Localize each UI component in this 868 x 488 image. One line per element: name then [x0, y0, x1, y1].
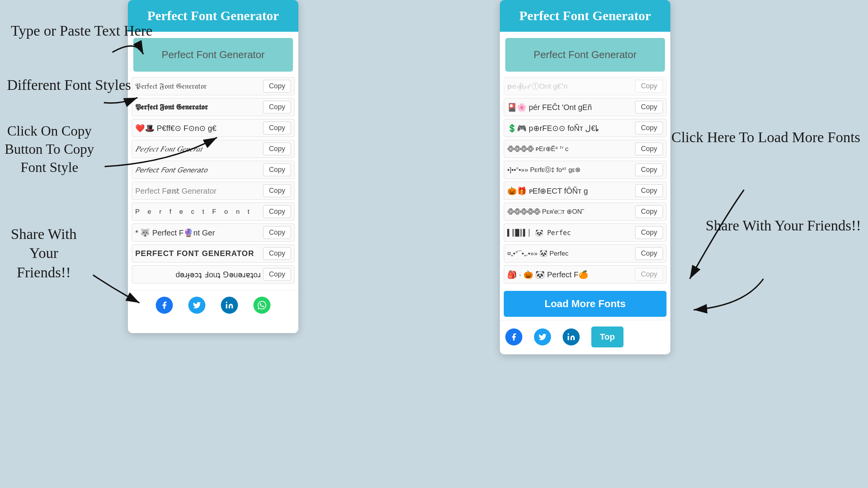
- font-text: ❤️🎩 P€ff€⊙ F⊙n⊙ g€: [135, 124, 261, 133]
- font-row: ɹoʇɐɹǝuǝ⅁ ʇuoℲ ʇɔǝɟɹǝd Copy: [132, 265, 294, 284]
- share-bar-left: [128, 290, 298, 321]
- font-row: ᪥᪥᪥᪥ ᴘЕr⊕Ēᵃ ᶠʳ c Copy: [504, 140, 666, 158]
- font-row: 𝔓𝔢𝔯𝔣𝔢𝔠𝔱 𝔉𝔬𝔫𝔱 𝔊𝔢𝔫𝔢𝔯𝔞𝔱𝔬𝔯 Copy: [132, 77, 294, 95]
- font-row: 𝑃𝑒𝑟𝑓𝑒𝑐𝑡 𝐹𝑜𝑛𝑡 𝐺𝑒𝑛𝑒𝑟𝑎𝑡 Copy: [132, 140, 294, 158]
- annotation-load-more: Click Here To Load More Fonts: [672, 128, 860, 147]
- annotation-click-copy: Click On CopyButton To CopyFont Style: [5, 122, 94, 176]
- left-panel-header: Perfect Font Generator: [128, 0, 298, 32]
- font-list-left: 𝔓𝔢𝔯𝔣𝔢𝔠𝔱 𝔉𝔬𝔫𝔱 𝔊𝔢𝔫𝔢𝔯𝔞𝔱𝔬𝔯 Copy 𝕻𝖊𝖗𝖋𝖊𝖈𝖙 𝕱𝖔𝖓𝖙…: [128, 76, 298, 288]
- facebook-share-icon[interactable]: [156, 297, 173, 314]
- copy-button[interactable]: Copy: [635, 226, 663, 239]
- font-text: ɹoʇɐɹǝuǝ⅁ ʇuoℲ ʇɔǝɟɹǝd: [135, 270, 261, 279]
- copy-button[interactable]: Copy: [635, 268, 663, 281]
- font-row: 🎃🎁 ᴘΕf⊕ΕCT fÔÑт g Copy: [504, 182, 666, 200]
- font-text: 𝔓𝔢𝔯𝔣𝔢𝔠𝔱 𝔉𝔬𝔫𝔱 𝔊𝔢𝔫𝔢𝔯𝔞𝔱𝔬𝔯: [135, 82, 261, 91]
- font-text: PERFECT FONT GENERATOR: [135, 249, 261, 258]
- copy-button[interactable]: Copy: [635, 184, 663, 197]
- copy-button[interactable]: Copy: [263, 80, 291, 93]
- share-bar-right: Top: [500, 320, 670, 354]
- twitter-share-icon-right[interactable]: [534, 328, 551, 345]
- linkedin-share-icon[interactable]: [221, 297, 238, 314]
- font-row: 💲🎮 p⊕rFE⊙⊙ foÑт ﻝ€ȴ Copy: [504, 119, 666, 137]
- font-row: 𝕻𝖊𝖗𝖋𝖊𝖈𝖙 𝕱𝖔𝖓𝖙 𝕲𝖊𝖓𝖊𝖗𝖆𝖙𝖔𝖗 Copy: [132, 98, 294, 116]
- font-text: 𝕻𝖊𝖗𝖋𝖊𝖈𝖙 𝕱𝖔𝖓𝖙 𝕲𝖊𝖓𝖊𝖗𝖆𝖙𝖔𝖗: [135, 103, 261, 112]
- copy-button[interactable]: Copy: [263, 205, 291, 218]
- copy-button[interactable]: Copy: [635, 101, 663, 113]
- svg-point-3: [568, 333, 569, 335]
- font-list-right: ᵽe𝓇ʄε𝒸𝓉 ⓕOnt g€ʼn Copy 🎴🌸 pér FEČt 'Ont …: [500, 76, 670, 288]
- text-input-area[interactable]: Perfect Font Generator: [133, 38, 293, 72]
- font-text: •]••°•»» PεrfεⓄ‡ foᵃᵗ gε⊗: [507, 165, 633, 174]
- copy-button[interactable]: Copy: [635, 80, 663, 93]
- copy-button[interactable]: Copy: [635, 247, 663, 260]
- left-phone-panel: Perfect Font Generator Perfect Font Gene…: [128, 0, 298, 333]
- copy-button[interactable]: Copy: [635, 205, 663, 218]
- font-text: P e r f e c t F o n t: [135, 208, 261, 216]
- font-text: Perfect Fo̷n̷t̷ Generator: [135, 186, 261, 196]
- right-input-display: Perfect Font Generator: [534, 49, 637, 60]
- font-row: * 🐺 Perfect F🔮nt Ger Copy: [132, 223, 294, 242]
- right-panel-header: Perfect Font Generator: [500, 0, 670, 32]
- svg-rect-0: [226, 304, 227, 308]
- font-row: Perfect Fo̷n̷t̷ Generator Copy: [132, 182, 294, 200]
- left-panel-title: Perfect Font Generator: [147, 9, 279, 23]
- font-row: ❤️🎩 P€ff€⊙ F⊙n⊙ g€ Copy: [132, 119, 294, 137]
- font-text: 𝑃𝑒𝑟𝑓𝑒𝑐𝑡 𝐹𝑜𝑛𝑡 𝐺𝑒𝑛𝑒𝑟𝑎𝑡: [135, 144, 261, 153]
- font-text: ▌║█║▌│ 🐼 Perfec: [507, 229, 633, 237]
- annotation-share2: Share With Your Friends!!: [706, 216, 861, 235]
- font-row: PERFECT FONT GENERATOR Copy: [132, 244, 294, 263]
- font-row: ᪥᪥᪥᪥᪥ Pεя'е□т ⊕ON˜ Copy: [504, 203, 666, 221]
- linkedin-share-icon-right[interactable]: [563, 328, 580, 345]
- font-row: 🎒 · 🎃 🐼 Perfect F🍊 Copy: [504, 265, 666, 284]
- font-row: ᵽe𝓇ʄε𝒸𝓉 ⓕOnt g€ʼn Copy: [504, 77, 666, 95]
- copy-button[interactable]: Copy: [263, 184, 291, 197]
- font-text: 𝘗𝘦𝘳𝘧𝘦𝘤𝘵 𝘍𝘰𝘯𝘵 𝘎𝘦𝘯𝘦𝘳𝘢𝘵𝘰: [135, 165, 261, 174]
- facebook-share-icon-right[interactable]: [505, 328, 522, 345]
- right-panel-title: Perfect Font Generator: [519, 9, 651, 23]
- font-row: 🎴🌸 pér FEČt 'Ont gEñ Copy: [504, 98, 666, 116]
- copy-button[interactable]: Copy: [263, 101, 291, 113]
- font-row: 𝘗𝘦𝘳𝘧𝘦𝘤𝘵 𝘍𝘰𝘯𝘵 𝘎𝘦𝘯𝘦𝘳𝘢𝘵𝘰 Copy: [132, 161, 294, 179]
- font-row: ▌║█║▌│ 🐼 Perfec Copy: [504, 223, 666, 242]
- copy-button[interactable]: Copy: [263, 122, 291, 134]
- copy-button[interactable]: Copy: [263, 143, 291, 155]
- font-text: 🎴🌸 pér FEČt 'Ont gEñ: [507, 103, 633, 112]
- font-text: * 🐺 Perfect F🔮nt Ger: [135, 228, 261, 237]
- font-row: •]••°•»» PεrfεⓄ‡ foᵃᵗ gε⊗ Copy: [504, 161, 666, 179]
- whatsapp-share-icon[interactable]: [253, 297, 270, 314]
- input-display: Perfect Font Generator: [162, 49, 265, 60]
- annotation-share: Share WithYourFriends!!: [11, 225, 77, 282]
- copy-button[interactable]: Copy: [635, 122, 663, 134]
- svg-rect-2: [568, 336, 569, 340]
- font-text: ᪥᪥᪥᪥᪥ Pεя'е□т ⊕ON˜: [507, 208, 633, 216]
- font-row: ¤„•°¯•„.•»» 🐼 Perfec Copy: [504, 244, 666, 263]
- copy-button[interactable]: Copy: [635, 163, 663, 176]
- font-text: ᵽe𝓇ʄε𝒸𝓉 ⓕOnt g€ʼn: [507, 81, 633, 91]
- copy-button[interactable]: Copy: [263, 226, 291, 239]
- font-text: 💲🎮 p⊕rFE⊙⊙ foÑт ﻝ€ȴ: [507, 124, 633, 133]
- copy-button[interactable]: Copy: [263, 163, 291, 176]
- font-text: 🎃🎁 ᴘΕf⊕ΕCT fÔÑт g: [507, 186, 633, 196]
- annotation-diff-fonts: Different Font Styles: [7, 76, 131, 95]
- font-text: ¤„•°¯•„.•»» 🐼 Perfec: [507, 249, 633, 258]
- svg-point-1: [226, 302, 227, 303]
- copy-button[interactable]: Copy: [263, 247, 291, 260]
- load-more-button[interactable]: Load More Fonts: [504, 291, 666, 317]
- right-text-input-area[interactable]: Perfect Font Generator: [505, 38, 665, 72]
- font-row: P e r f e c t F o n t Copy: [132, 203, 294, 221]
- copy-button[interactable]: Copy: [263, 268, 291, 281]
- twitter-share-icon[interactable]: [188, 297, 205, 314]
- copy-button[interactable]: Copy: [635, 143, 663, 155]
- font-text: ᪥᪥᪥᪥ ᴘЕr⊕Ēᵃ ᶠʳ c: [507, 145, 633, 153]
- right-phone-panel: Perfect Font Generator Perfect Font Gene…: [500, 0, 670, 354]
- font-text: 🎒 · 🎃 🐼 Perfect F🍊: [507, 270, 633, 279]
- top-button[interactable]: Top: [591, 326, 623, 347]
